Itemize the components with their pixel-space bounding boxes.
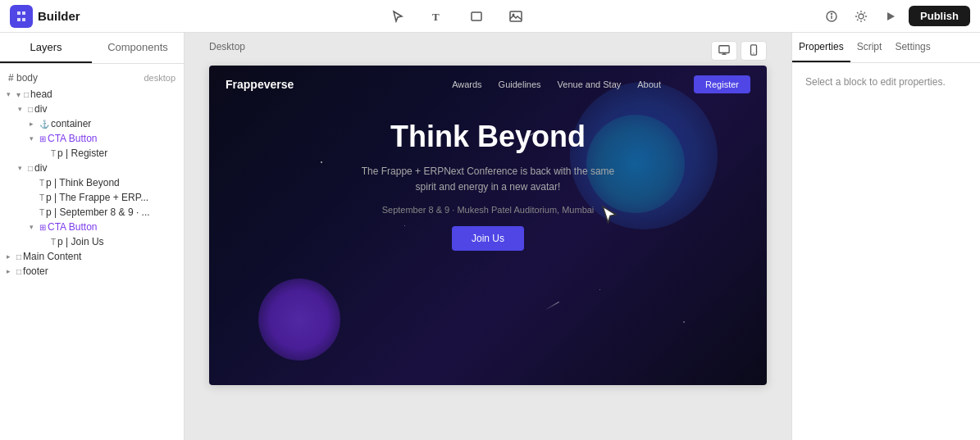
tab-components[interactable]: Components xyxy=(92,33,184,63)
layer-item-cta2[interactable]: ▾ ⊞ CTA Button xyxy=(0,220,184,234)
svg-rect-1 xyxy=(472,12,481,20)
info-button[interactable] xyxy=(820,7,843,26)
preview-nav-links: Awards Guidelines Venue and Stay About R… xyxy=(452,75,750,93)
preview-register-button[interactable]: Register xyxy=(694,75,750,93)
layer-item-frappe[interactable]: T p | The Frappe + ERP... xyxy=(0,190,184,205)
svg-line-13 xyxy=(864,19,866,20)
toolbar-tools: T xyxy=(100,7,814,26)
layers-panel: # body desktop ▾ ▾ □ head ▾ □ div ▸ ⚓ co… xyxy=(0,64,184,440)
tab-properties[interactable]: Properties xyxy=(792,33,850,62)
layer-label-joinus: p | Join Us xyxy=(57,236,103,247)
layer-item-sept[interactable]: T p | September 8 & 9 · ... xyxy=(0,205,184,220)
preview-logo: Frappeverse xyxy=(226,78,294,91)
tab-layers[interactable]: Layers xyxy=(0,33,92,63)
layer-label-cta1: CTA Button xyxy=(48,133,97,144)
layer-root-label: # body xyxy=(8,72,38,84)
topbar-right: Publish xyxy=(820,6,970,26)
layer-label-container: container xyxy=(51,118,91,129)
sidebar: Layers Components # body desktop ▾ ▾ □ h… xyxy=(0,33,185,440)
layer-item-head[interactable]: ▾ ▾ □ head xyxy=(0,87,184,102)
svg-point-6 xyxy=(832,13,832,14)
layer-label-footer: footer xyxy=(23,265,48,277)
nav-link-awards[interactable]: Awards xyxy=(452,79,481,89)
view-label: desktop xyxy=(144,73,175,83)
layer-item-container[interactable]: ▸ ⚓ container xyxy=(0,116,184,131)
canvas-frame: Frappeverse Awards Guidelines Venue and … xyxy=(209,66,767,385)
desktop-view-button[interactable] xyxy=(711,41,737,61)
cursor-indicator xyxy=(601,205,619,231)
rectangle-tool-button[interactable] xyxy=(465,7,488,26)
sunburst-button[interactable] xyxy=(850,7,873,26)
preview-hero-subtitle: The Frappe + ERPNext Conference is back … xyxy=(362,164,614,195)
image-tool-button[interactable] xyxy=(504,7,527,26)
layer-label-frappe: p | The Frappe + ERP... xyxy=(46,192,148,203)
nav-link-venue[interactable]: Venue and Stay xyxy=(558,79,622,89)
layer-label-register: p | Register xyxy=(57,147,107,159)
properties-empty-message: Select a block to edit properties. xyxy=(805,76,946,88)
nav-link-guidelines[interactable]: Guidelines xyxy=(499,79,541,89)
sidebar-tabs: Layers Components xyxy=(0,33,184,64)
layer-label-div2: div xyxy=(34,162,47,174)
canvas-label: Desktop xyxy=(209,41,245,52)
text-tool-button[interactable]: T xyxy=(426,7,449,26)
svg-line-12 xyxy=(857,12,859,14)
layer-item-div2[interactable]: ▾ □ div xyxy=(0,161,184,175)
right-panel-content: Select a block to edit properties. xyxy=(792,63,980,101)
preview-hero: Think Beyond The Frappe + ERPNext Confer… xyxy=(209,120,767,251)
preview-join-button[interactable]: Join Us xyxy=(452,226,524,251)
layer-label-sept: p | September 8 & 9 · ... xyxy=(46,206,150,218)
layer-item-think[interactable]: T p | Think Beyond xyxy=(0,175,184,190)
right-panel: Properties Script Settings Select a bloc… xyxy=(791,33,980,440)
preview-hero-date: September 8 & 9 · Mukesh Patel Auditoriu… xyxy=(382,205,595,215)
tab-script[interactable]: Script xyxy=(850,33,889,62)
layer-item-register[interactable]: T p | Register xyxy=(0,146,184,161)
canvas-area: Desktop xyxy=(185,33,791,440)
preview-hero-title: Think Beyond xyxy=(390,120,586,154)
layer-label-main-content: Main Content xyxy=(23,251,81,262)
layer-label-head: head xyxy=(30,88,52,100)
svg-text:T: T xyxy=(432,11,440,23)
preview-nav: Frappeverse Awards Guidelines Venue and … xyxy=(209,66,767,103)
svg-line-14 xyxy=(864,12,866,14)
tab-settings[interactable]: Settings xyxy=(888,33,937,62)
svg-point-7 xyxy=(859,14,864,19)
preview-button[interactable] xyxy=(879,7,902,26)
layer-item-main-content[interactable]: ▸ □ Main Content xyxy=(0,249,184,264)
layer-label-div1: div xyxy=(34,103,47,115)
svg-rect-16 xyxy=(719,46,729,53)
svg-point-20 xyxy=(753,52,754,53)
layer-label-think: p | Think Beyond xyxy=(46,177,120,188)
layer-item-footer[interactable]: ▸ □ footer xyxy=(0,264,184,279)
layer-label-cta2: CTA Button xyxy=(48,221,97,233)
app-logo-icon xyxy=(10,5,33,28)
app-title: Builder xyxy=(38,9,80,23)
right-panel-tabs: Properties Script Settings xyxy=(792,33,980,63)
layer-root-header: # body desktop xyxy=(0,69,184,87)
logo-area: Builder xyxy=(10,5,80,28)
website-preview: Frappeverse Awards Guidelines Venue and … xyxy=(209,66,767,385)
publish-button[interactable]: Publish xyxy=(909,6,970,26)
layer-item-cta1[interactable]: ▾ ⊞ CTA Button xyxy=(0,131,184,146)
layer-item-div1[interactable]: ▾ □ div xyxy=(0,102,184,116)
mobile-view-button[interactable] xyxy=(741,41,767,61)
layer-item-joinus[interactable]: T p | Join Us xyxy=(0,234,184,249)
main-area: Layers Components # body desktop ▾ ▾ □ h… xyxy=(0,33,980,440)
topbar: Builder T Publish xyxy=(0,0,980,33)
svg-line-15 xyxy=(857,19,859,20)
nav-link-about[interactable]: About xyxy=(637,79,661,89)
select-tool-button[interactable] xyxy=(386,7,409,26)
